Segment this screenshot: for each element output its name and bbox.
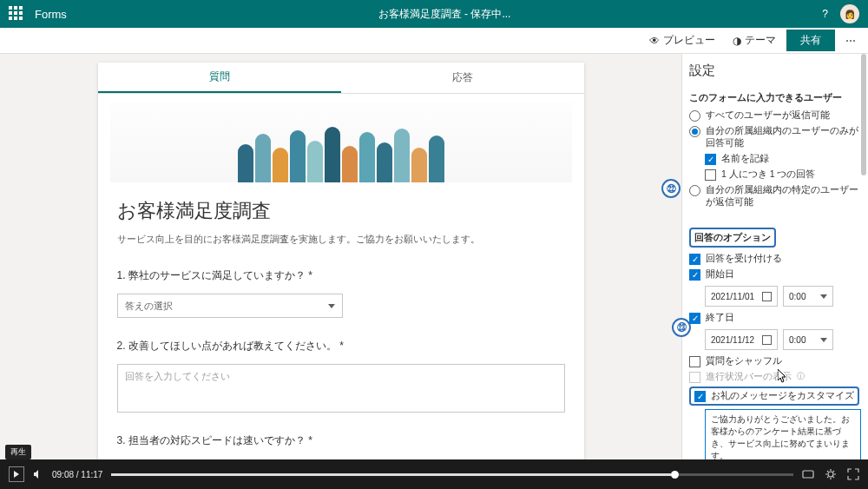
question-1-title: 1. 弊社のサービスに満足していますか？ * (117, 268, 565, 283)
info-icon[interactable]: ⓘ (797, 371, 805, 382)
replay-label: 再生 (5, 445, 31, 459)
volume-icon[interactable] (33, 469, 43, 479)
scrollbar[interactable] (859, 54, 868, 459)
progress-bar[interactable] (111, 473, 793, 476)
question-1-dropdown[interactable]: 答えの選択 (117, 294, 343, 318)
chevron-down-icon (328, 304, 335, 308)
share-button[interactable]: 共有 (786, 30, 835, 51)
response-options-heading: 回答のオプション (689, 228, 861, 248)
form-title[interactable]: お客様満足度調査 (117, 198, 565, 224)
calendar-icon (762, 292, 772, 301)
document-title: お客様満足度調査 - 保存中... (67, 7, 822, 22)
thank-you-message-input[interactable]: ご協力ありがとうございました。お客様からのアンケート結果に基づき、サービス向上に… (705, 409, 861, 466)
captions-icon[interactable] (802, 468, 814, 480)
play-icon (14, 471, 19, 478)
form-canvas: 質問 応答 お客様満足度 (0, 54, 681, 489)
checkbox-customize-thank-you[interactable]: ✓ (694, 391, 706, 402)
help-icon[interactable]: ? (822, 8, 828, 20)
avatar[interactable]: 👩 (840, 4, 859, 23)
who-can-respond-heading: このフォームに入力できるユーザー (689, 91, 861, 104)
video-player-bar: 09:08 / 11:17 (0, 459, 868, 489)
brand-label: Forms (35, 8, 67, 21)
checkbox-shuffle[interactable] (689, 356, 700, 367)
settings-panel: 設定 このフォームに入力できるユーザー すべてのユーザーが返信可能 自分の所属組… (681, 54, 868, 489)
form-tabs: 質問 応答 (98, 63, 584, 94)
settings-gear-icon[interactable] (825, 468, 837, 480)
tab-questions[interactable]: 質問 (98, 63, 341, 93)
checkbox-end-date[interactable]: ✓ (689, 313, 700, 324)
radio-org-only[interactable] (689, 126, 700, 137)
checkbox-start-date[interactable]: ✓ (689, 269, 700, 281)
svg-rect-0 (803, 471, 813, 478)
chevron-down-icon (820, 294, 827, 299)
end-date-picker[interactable]: 2021/11/12 (705, 329, 778, 350)
form-card: 質問 応答 お客様満足度 (98, 63, 584, 489)
question-2-textarea[interactable]: 回答を入力してください (117, 364, 565, 413)
more-button[interactable]: ⋯ (838, 31, 863, 50)
form-description[interactable]: サービス向上を目的にお客様満足度調査を実施します。ご協力をお願いいたします。 (117, 233, 565, 246)
checkbox-progress-bar (689, 372, 700, 383)
callout-22-badge: ㉒ (661, 179, 681, 198)
theme-button[interactable]: ◑テーマ (726, 30, 783, 51)
radio-specific-people[interactable] (689, 185, 700, 196)
checkbox-accept-responses[interactable]: ✓ (689, 254, 700, 265)
start-time-picker[interactable]: 0:00 (783, 286, 833, 307)
palette-icon: ◑ (733, 35, 741, 47)
checkbox-one-response[interactable] (705, 169, 716, 181)
question-3-title: 3. 担当者の対応スピードは速いですか？ * (117, 433, 565, 448)
play-button[interactable] (9, 466, 24, 482)
question-1: 1. 弊社のサービスに満足していますか？ * 答えの選択 (117, 268, 565, 318)
svg-point-1 (828, 472, 833, 477)
form-banner-image (110, 102, 572, 182)
eye-icon: 👁 (649, 35, 660, 47)
callout-23-badge: ㉓ (672, 318, 691, 337)
preview-button[interactable]: 👁プレビュー (642, 30, 722, 51)
chevron-down-icon (820, 338, 827, 342)
time-label: 09:08 / 11:17 (52, 470, 102, 479)
app-header: Forms お客様満足度調査 - 保存中... ? 👩 (0, 0, 868, 28)
question-2-title: 2. 改善してほしい点があれば教えてください。 * (117, 339, 565, 354)
app-launcher-icon[interactable] (9, 6, 24, 22)
calendar-icon (762, 335, 772, 345)
tab-responses[interactable]: 応答 (341, 63, 584, 93)
settings-heading: 設定 (689, 63, 861, 79)
checkbox-record-name[interactable]: ✓ (705, 154, 716, 165)
fullscreen-icon[interactable] (847, 468, 859, 480)
radio-anyone[interactable] (689, 110, 700, 122)
end-time-picker[interactable]: 0:00 (783, 329, 833, 350)
command-bar: 👁プレビュー ◑テーマ 共有 ⋯ (0, 28, 868, 54)
start-date-picker[interactable]: 2021/11/01 (705, 286, 778, 307)
question-2: 2. 改善してほしい点があれば教えてください。 * 回答を入力してください (117, 339, 565, 413)
